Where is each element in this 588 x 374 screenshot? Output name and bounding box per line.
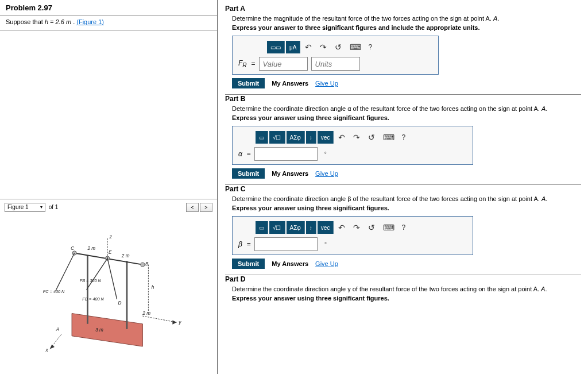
left-panel: Problem 2.97 Suppose that h = 2.6 m . (F… (0, 0, 218, 374)
part-a-give-up[interactable]: Give Up (315, 80, 338, 87)
undo-icon[interactable]: ↶ (301, 41, 315, 53)
svg-text:z: z (109, 234, 113, 240)
problem-description: Suppose that h = 2.6 m . (Figure 1) (0, 16, 217, 30)
svg-text:2 m: 2 m (142, 311, 150, 316)
figure-next-button[interactable]: > (200, 203, 212, 212)
part-c-instr: Express your answer using three signific… (232, 205, 581, 211)
tb-arrows-icon[interactable]: ↕ (306, 131, 316, 144)
part-c-desc: Determine the coordinate direction angle… (232, 195, 581, 202)
svg-text:2 m: 2 m (87, 246, 95, 251)
part-a-title: Part A (225, 5, 581, 13)
part-c-give-up[interactable]: Give Up (315, 260, 338, 267)
tb-arrows-icon[interactable]: ↕ (306, 221, 316, 234)
svg-text:FC = 400 N: FC = 400 N (43, 289, 65, 294)
tb-units-mu[interactable]: μA (286, 41, 300, 53)
svg-text:A: A (56, 326, 60, 331)
figure-count: of 1 (49, 204, 59, 210)
undo-icon[interactable]: ↶ (335, 131, 349, 144)
tb-template-icon[interactable]: ▭ (256, 131, 268, 144)
part-d-desc: Determine the coordinate direction angle… (232, 286, 581, 292)
svg-text:C: C (71, 246, 74, 251)
figure-link[interactable]: (Figure 1) (76, 18, 104, 25)
part-c-title: Part C (225, 185, 581, 193)
figure-panel: Figure 1 of 1 < > (0, 199, 217, 375)
part-a-units-input[interactable]: Units (311, 57, 360, 71)
part-a-desc: Determine the magnitude of the resultant… (232, 15, 581, 22)
part-b-submit-button[interactable]: Submit (232, 168, 265, 179)
svg-text:x: x (45, 348, 48, 353)
tb-template-icon[interactable]: ▭ (256, 221, 268, 234)
tb-greek-icon[interactable]: ΑΣφ (287, 221, 305, 234)
reset-icon[interactable]: ↺ (365, 221, 378, 234)
svg-line-16 (107, 258, 117, 299)
part-a-answer-box: ▭▭ μA ↶ ↷ ↺ ⌨ ? FR = Value Units (232, 36, 439, 75)
part-c-answer-box: ▭ √☐ ΑΣφ ↕ vec ↶ ↷ ↺ ⌨ ? β = ° (232, 216, 473, 255)
part-c: Part C Determine the coordinate directio… (225, 185, 581, 269)
svg-marker-0 (72, 313, 142, 346)
part-c-my-answers[interactable]: My Answers (272, 260, 308, 267)
part-a: Part A Determine the magnitude of the re… (225, 5, 581, 88)
undo-icon[interactable]: ↶ (335, 221, 349, 234)
part-d: Part D Determine the coordinate directio… (225, 275, 581, 302)
part-d-title: Part D (225, 275, 581, 283)
part-b-give-up[interactable]: Give Up (315, 170, 338, 177)
part-a-my-answers[interactable]: My Answers (272, 80, 308, 87)
part-c-submit-button[interactable]: Submit (232, 259, 265, 269)
part-b-instr: Express your answer using three signific… (232, 114, 581, 121)
tb-vec-icon[interactable]: vec (318, 131, 334, 144)
reset-icon[interactable]: ↺ (365, 131, 378, 144)
right-panel: Part A Determine the magnitude of the re… (218, 0, 588, 374)
degree-unit: ° (324, 151, 327, 157)
svg-text:h: h (152, 284, 154, 290)
problem-title: Problem 2.97 (0, 0, 217, 16)
figure-selector[interactable]: Figure 1 (5, 203, 45, 212)
tb-root-icon[interactable]: √☐ (269, 221, 285, 234)
tb-template-icon[interactable]: ▭▭ (267, 41, 285, 53)
figure-diagram: z C E B 2 m 2 m FB = 350 N FC = 400 N FD… (22, 232, 195, 353)
part-d-instr: Express your answer using three signific… (232, 295, 581, 302)
part-b-answer-box: ▭ √☐ ΑΣφ ↕ vec ↶ ↷ ↺ ⌨ ? α = ° (232, 126, 473, 165)
svg-line-14 (56, 253, 75, 290)
keyboard-icon[interactable]: ⌨ (346, 41, 365, 53)
figure-prev-button[interactable]: < (186, 203, 199, 212)
part-b: Part B Determine the coordinate directio… (225, 95, 581, 179)
help-icon[interactable]: ? (401, 223, 405, 232)
part-a-submit-button[interactable]: Submit (232, 78, 265, 88)
svg-marker-24 (172, 320, 176, 324)
part-b-title: Part B (225, 95, 581, 103)
tb-greek-icon[interactable]: ΑΣφ (287, 131, 305, 144)
keyboard-icon[interactable]: ⌨ (380, 221, 398, 234)
reset-icon[interactable]: ↺ (331, 41, 345, 53)
redo-icon[interactable]: ↷ (316, 41, 330, 53)
tb-vec-icon[interactable]: vec (318, 221, 334, 234)
help-icon[interactable]: ? (401, 133, 405, 141)
part-c-input[interactable] (254, 237, 318, 251)
svg-text:2 m: 2 m (121, 253, 130, 259)
svg-text:y: y (178, 320, 181, 325)
keyboard-icon[interactable]: ⌨ (380, 131, 398, 144)
svg-text:E: E (109, 250, 112, 255)
svg-marker-30 (50, 344, 55, 349)
part-b-my-answers[interactable]: My Answers (272, 170, 308, 177)
part-a-value-input[interactable]: Value (259, 57, 308, 71)
svg-text:3 m: 3 m (95, 327, 103, 333)
part-a-instr: Express your answer to three significant… (232, 24, 581, 31)
svg-text:FD = 400 N: FD = 400 N (82, 296, 104, 301)
degree-unit: ° (324, 241, 327, 248)
part-b-input[interactable] (254, 147, 318, 161)
tb-root-icon[interactable]: √☐ (269, 131, 285, 144)
svg-point-6 (141, 263, 145, 267)
svg-text:FB = 350 N: FB = 350 N (80, 277, 102, 283)
redo-icon[interactable]: ↷ (350, 131, 363, 144)
svg-line-15 (87, 258, 108, 290)
svg-line-23 (142, 316, 176, 322)
part-b-desc: Determine the coordinate direction angle… (232, 105, 581, 112)
svg-text:D: D (118, 300, 121, 306)
help-icon[interactable]: ? (368, 43, 372, 51)
redo-icon[interactable]: ↷ (350, 221, 363, 234)
svg-point-4 (72, 251, 76, 255)
